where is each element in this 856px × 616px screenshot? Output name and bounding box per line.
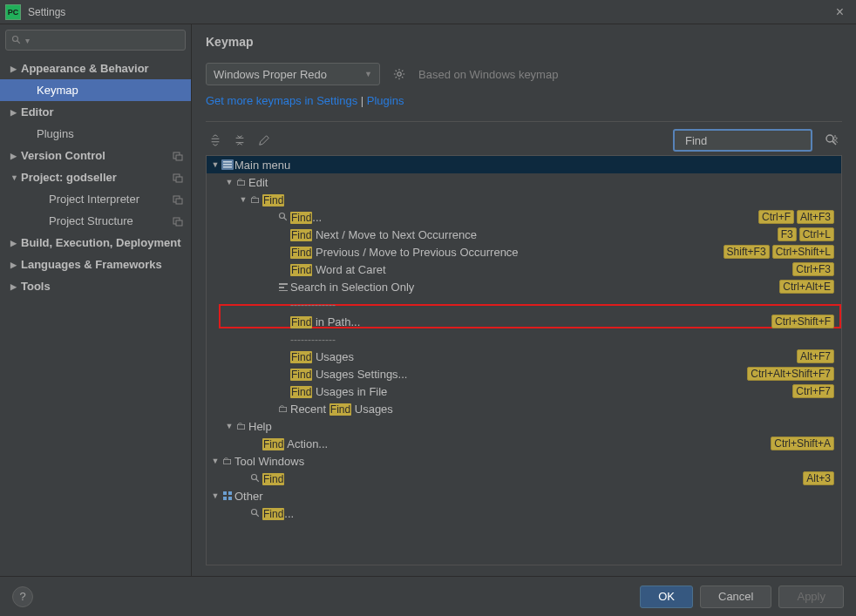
toolbar: × A	[206, 129, 842, 152]
search-icon	[11, 35, 22, 45]
svg-line-32	[256, 514, 259, 517]
tree-row[interactable]: Find in Path...Ctrl+Shift+F	[207, 313, 841, 330]
svg-line-26	[256, 479, 259, 482]
main-area: ▾ ▶Appearance & BehaviorKeymap▶EditorPlu…	[0, 24, 856, 576]
tree-row[interactable]: -------------	[207, 295, 841, 313]
svg-line-14	[832, 141, 836, 145]
tree-row[interactable]: Find Next / Move to Next OccurrenceF3Ctr…	[207, 226, 841, 243]
svg-rect-3	[176, 155, 182, 160]
titlebar: PC Settings ×	[0, 0, 856, 24]
keymap-search-input[interactable]: ×	[673, 129, 812, 152]
svg-rect-27	[223, 491, 227, 495]
edit-icon[interactable]	[255, 131, 274, 150]
based-on-label: Based on Windows keymap	[418, 68, 558, 81]
sidebar-item[interactable]: Plugins	[0, 123, 191, 145]
page-title: Keymap	[206, 35, 842, 49]
tree-row[interactable]: Find...	[207, 504, 841, 522]
tree-row[interactable]: 🗀Recent Find Usages	[207, 400, 841, 417]
sidebar-item[interactable]: Project Structure	[0, 210, 191, 232]
tree-row[interactable]: Find Usages Settings...Ctrl+Alt+Shift+F7	[207, 365, 841, 382]
expand-all-icon[interactable]	[206, 131, 225, 150]
tree-row[interactable]: Find Word at CaretCtrl+F3	[207, 261, 841, 278]
svg-rect-29	[223, 497, 227, 500]
svg-line-21	[284, 218, 287, 220]
sidebar-tree: ▶Appearance & BehaviorKeymap▶EditorPlugi…	[0, 56, 191, 576]
sidebar-item[interactable]: ▶Tools	[0, 275, 191, 297]
close-icon[interactable]: ×	[829, 4, 851, 20]
content-panel: Keymap Windows Proper Redo ▼ Based on Wi…	[192, 24, 856, 576]
keymap-search-field[interactable]	[685, 134, 832, 147]
tree-row[interactable]: ▼🗀Find	[207, 191, 841, 208]
svg-rect-7	[176, 199, 182, 204]
sidebar-item[interactable]: Project Interpreter	[0, 188, 191, 210]
svg-point-13	[826, 135, 833, 142]
sidebar-item[interactable]: ▶Editor	[0, 101, 191, 123]
app-icon: PC	[5, 4, 21, 20]
sidebar: ▾ ▶Appearance & BehaviorKeymap▶EditorPlu…	[0, 24, 192, 576]
tree-row[interactable]: Find Previous / Move to Previous Occurre…	[207, 243, 841, 261]
sidebar-item[interactable]: ▶Appearance & Behavior	[0, 58, 191, 79]
apply-button[interactable]: Apply	[778, 586, 844, 608]
ok-button[interactable]: OK	[640, 586, 693, 608]
svg-rect-23	[279, 287, 284, 288]
cancel-button[interactable]: Cancel	[700, 586, 771, 608]
svg-rect-22	[279, 283, 288, 285]
window-title: Settings	[28, 6, 829, 18]
help-button[interactable]: ?	[12, 586, 33, 607]
footer: ? OK Cancel Apply	[0, 576, 856, 616]
tree-row[interactable]: FindAlt+3	[207, 470, 841, 487]
svg-rect-28	[228, 491, 232, 495]
scheme-value: Windows Proper Redo	[214, 68, 327, 81]
svg-rect-24	[279, 290, 288, 291]
tree-row[interactable]: ▼Other	[207, 487, 841, 504]
svg-point-0	[13, 37, 18, 42]
chevron-down-icon: ▼	[364, 70, 372, 78]
collapse-all-icon[interactable]	[230, 131, 249, 150]
svg-rect-19	[223, 166, 232, 168]
sidebar-item[interactable]: ▶Build, Execution, Deployment	[0, 232, 191, 254]
sidebar-item[interactable]: ▼Project: godseller	[0, 166, 191, 188]
tree-row[interactable]: ▼🗀Help	[207, 417, 841, 435]
tree-row[interactable]: -------------	[207, 330, 841, 348]
gear-icon[interactable]	[389, 64, 410, 85]
tree-row[interactable]: Find Action...Ctrl+Shift+A	[207, 435, 841, 452]
svg-point-31	[252, 510, 257, 515]
tree-row[interactable]: Find UsagesAlt+F7	[207, 348, 841, 365]
tree-row[interactable]: ▼🗀Edit	[207, 173, 841, 191]
svg-rect-30	[228, 497, 232, 500]
svg-point-10	[397, 72, 401, 76]
scheme-select[interactable]: Windows Proper Redo ▼	[206, 63, 380, 85]
sidebar-item[interactable]: Keymap	[0, 79, 191, 101]
tree-row[interactable]: Find...Ctrl+FAlt+F3	[207, 208, 841, 226]
more-keymaps-link[interactable]: Get more keymaps in Settings	[206, 94, 357, 107]
keymap-tree[interactable]: ▼Main menu▼🗀Edit▼🗀FindFind...Ctrl+FAlt+F…	[206, 155, 842, 565]
svg-rect-9	[176, 220, 182, 226]
tree-row[interactable]: Find Usages in FileCtrl+F7	[207, 382, 841, 400]
find-shortcut-icon[interactable]: A	[821, 130, 842, 151]
plugins-link[interactable]: Plugins	[367, 94, 404, 107]
sidebar-item[interactable]: ▶Version Control	[0, 145, 191, 166]
divider	[206, 121, 842, 122]
sidebar-item[interactable]: ▶Languages & Frameworks	[0, 254, 191, 275]
svg-text:A: A	[833, 134, 837, 139]
scheme-row: Windows Proper Redo ▼ Based on Windows k…	[206, 63, 842, 85]
tree-row[interactable]: ▼🗀Tool Windows	[207, 452, 841, 470]
sidebar-search-input[interactable]: ▾	[5, 30, 186, 51]
svg-rect-18	[223, 164, 232, 166]
svg-rect-5	[176, 177, 182, 182]
svg-rect-17	[223, 161, 232, 163]
tree-row[interactable]: ▼Main menu	[207, 156, 841, 173]
links-row: Get more keymaps in Settings | Plugins	[206, 94, 842, 107]
svg-point-20	[280, 213, 285, 219]
svg-point-25	[252, 475, 257, 480]
tree-row[interactable]: Search in Selection OnlyCtrl+Alt+E	[207, 278, 841, 295]
svg-line-1	[17, 41, 20, 44]
